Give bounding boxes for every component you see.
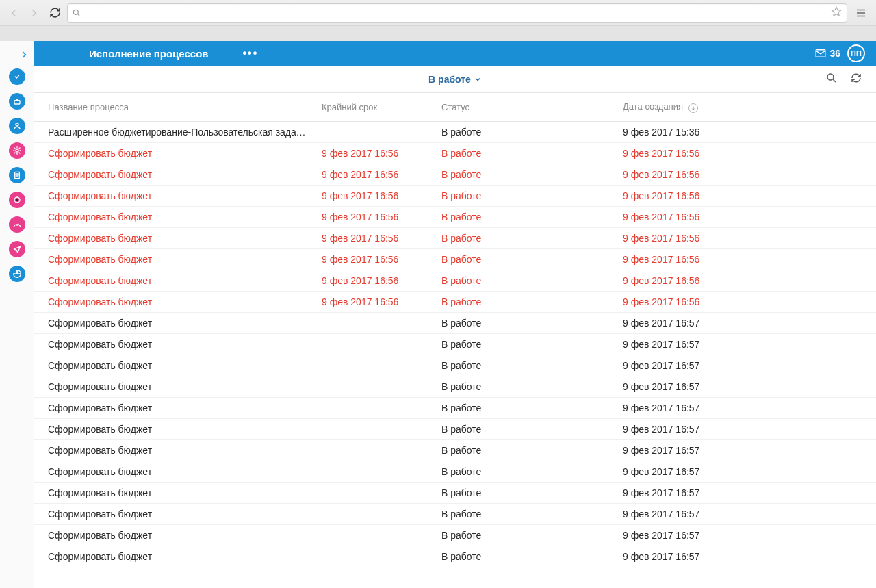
- sidebar-item-5[interactable]: [0, 188, 34, 212]
- cell-status: В работе: [435, 292, 616, 313]
- table-row[interactable]: Сформировать бюджет9 фев 2017 16:56В раб…: [34, 292, 876, 313]
- cell-deadline: 9 фев 2017 16:56: [315, 164, 435, 186]
- browser-menu-button[interactable]: [851, 3, 871, 23]
- cell-status: В работе: [435, 270, 616, 292]
- hamburger-icon: [855, 7, 867, 19]
- more-menu-button[interactable]: •••: [243, 47, 259, 60]
- cell-created: 9 фев 2017 16:57: [616, 355, 876, 376]
- cell-status: В работе: [435, 355, 616, 376]
- cell-created: 9 фев 2017 16:56: [616, 249, 876, 270]
- cell-created: 9 фев 2017 16:56: [616, 207, 876, 228]
- check-icon: [12, 71, 23, 82]
- cell-created: 9 фев 2017 16:56: [616, 186, 876, 207]
- cell-name: Сформировать бюджет: [34, 504, 315, 525]
- cell-name: Сформировать бюджет: [34, 483, 315, 504]
- table-row[interactable]: Сформировать бюджетВ работе9 фев 2017 16…: [34, 419, 876, 440]
- svg-point-8: [827, 74, 834, 80]
- cell-status: В работе: [435, 525, 616, 546]
- cell-status: В работе: [435, 334, 616, 355]
- cell-deadline: 9 фев 2017 16:56: [315, 249, 435, 270]
- table-row[interactable]: Сформировать бюджетВ работе9 фев 2017 16…: [34, 504, 876, 525]
- filter-label: В работе: [428, 74, 471, 85]
- sidebar-item-6[interactable]: [0, 212, 34, 237]
- table-row[interactable]: Сформировать бюджетВ работе9 фев 2017 16…: [34, 376, 876, 398]
- table-wrap[interactable]: Название процесса Крайний срок Статус Да…: [34, 93, 876, 588]
- table-row[interactable]: Сформировать бюджет9 фев 2017 16:56В раб…: [34, 270, 876, 292]
- sidebar-item-4[interactable]: [0, 163, 34, 188]
- bookmark-button[interactable]: [830, 5, 842, 20]
- svg-point-0: [73, 10, 78, 14]
- cell-created: 9 фев 2017 16:57: [616, 419, 876, 440]
- table-row[interactable]: Сформировать бюджетВ работе9 фев 2017 16…: [34, 355, 876, 376]
- table-row[interactable]: Сформировать бюджетВ работе9 фев 2017 16…: [34, 461, 876, 483]
- cell-deadline: [315, 355, 435, 376]
- table-row[interactable]: Сформировать бюджетВ работе9 фев 2017 16…: [34, 334, 876, 355]
- avatar[interactable]: ПП: [847, 44, 865, 62]
- table-row[interactable]: Сформировать бюджетВ работе9 фев 2017 16…: [34, 546, 876, 567]
- table-row[interactable]: Сформировать бюджет9 фев 2017 16:56В раб…: [34, 249, 876, 270]
- cell-name: Сформировать бюджет: [34, 440, 315, 461]
- filter-bar: В работе: [34, 66, 876, 93]
- cell-deadline: [315, 313, 435, 334]
- address-input[interactable]: [84, 4, 827, 22]
- mail-count-value: 36: [829, 48, 840, 59]
- table-row[interactable]: Сформировать бюджетВ работе9 фев 2017 16…: [34, 483, 876, 504]
- sidebar-item-8[interactable]: [0, 261, 34, 286]
- col-deadline[interactable]: Крайний срок: [315, 93, 435, 122]
- table-row[interactable]: Сформировать бюджетВ работе9 фев 2017 16…: [34, 525, 876, 546]
- col-created[interactable]: Дата создания: [616, 93, 876, 122]
- sidebar-item-3[interactable]: [0, 138, 34, 163]
- nav-forward-button[interactable]: [26, 5, 42, 21]
- cell-deadline: [315, 483, 435, 504]
- cell-status: В работе: [435, 143, 616, 164]
- table-row[interactable]: Сформировать бюджет9 фев 2017 16:56В раб…: [34, 207, 876, 228]
- background-strip: [0, 26, 876, 41]
- table-row[interactable]: Сформировать бюджетВ работе9 фев 2017 16…: [34, 398, 876, 419]
- cell-created: 9 фев 2017 16:57: [616, 376, 876, 398]
- search-icon: [72, 8, 81, 18]
- ring-icon: [12, 194, 23, 205]
- table-row[interactable]: Сформировать бюджет9 фев 2017 16:56В раб…: [34, 228, 876, 249]
- table-row[interactable]: Сформировать бюджетВ работе9 фев 2017 16…: [34, 313, 876, 334]
- sidebar-toggle-button[interactable]: [0, 45, 34, 64]
- table-row[interactable]: Сформировать бюджет9 фев 2017 16:56В раб…: [34, 143, 876, 164]
- filter-dropdown[interactable]: В работе: [428, 74, 482, 85]
- cell-deadline: [315, 398, 435, 419]
- sidebar-item-2[interactable]: [0, 114, 34, 138]
- cell-name: Сформировать бюджет: [34, 186, 315, 207]
- cell-status: В работе: [435, 483, 616, 504]
- cell-status: В работе: [435, 228, 616, 249]
- sidebar-item-7[interactable]: [0, 237, 34, 261]
- cell-status: В работе: [435, 313, 616, 334]
- chevron-down-icon: [474, 75, 482, 84]
- cell-name: Сформировать бюджет: [34, 376, 315, 398]
- table-row[interactable]: Сформировать бюджет9 фев 2017 16:56В раб…: [34, 164, 876, 186]
- cell-created: 9 фев 2017 16:56: [616, 143, 876, 164]
- mail-count-button[interactable]: 36: [814, 47, 840, 60]
- cell-status: В работе: [435, 207, 616, 228]
- doc-icon: [12, 170, 23, 181]
- sidebar-item-0[interactable]: [0, 64, 34, 89]
- content: Исполнение процессов ••• 36 ПП В работе: [34, 41, 876, 588]
- nav-reload-button[interactable]: [47, 5, 63, 21]
- col-status[interactable]: Статус: [435, 93, 616, 122]
- table-row[interactable]: Сформировать бюджет9 фев 2017 16:56В раб…: [34, 186, 876, 207]
- refresh-button[interactable]: [850, 72, 862, 86]
- cell-deadline: [315, 376, 435, 398]
- cell-status: В работе: [435, 164, 616, 186]
- address-bar[interactable]: [67, 3, 847, 23]
- cell-deadline: [315, 525, 435, 546]
- pie-icon: [12, 268, 23, 279]
- search-button[interactable]: [825, 72, 838, 86]
- cell-deadline: 9 фев 2017 16:56: [315, 292, 435, 313]
- svg-rect-1: [14, 101, 20, 104]
- cell-created: 9 фев 2017 16:57: [616, 440, 876, 461]
- col-name[interactable]: Название процесса: [34, 93, 315, 122]
- table-row[interactable]: Расширенное бюджетирование-Пользовательс…: [34, 122, 876, 143]
- cell-deadline: [315, 440, 435, 461]
- nav-back-button[interactable]: [5, 5, 22, 21]
- sidebar-item-1[interactable]: [0, 89, 34, 114]
- filter-actions: [825, 72, 876, 86]
- svg-point-2: [16, 123, 18, 126]
- table-row[interactable]: Сформировать бюджетВ работе9 фев 2017 16…: [34, 440, 876, 461]
